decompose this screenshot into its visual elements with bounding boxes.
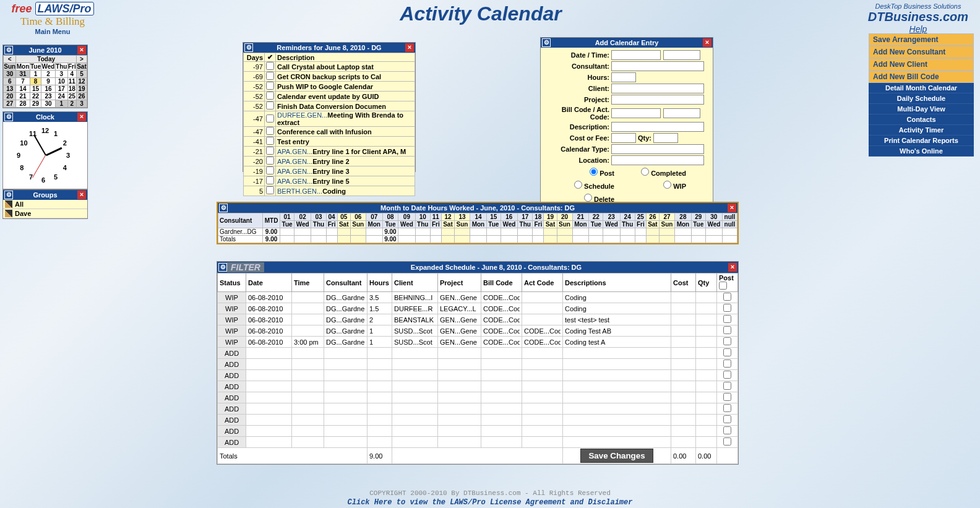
wrench-icon[interactable]: ⚙ [4,46,13,54]
cell-input[interactable] [524,383,561,390]
rm-link-5[interactable]: Print Calendar Reports [869,136,974,146]
cell-input[interactable] [294,294,322,301]
cal-day[interactable]: 27 [4,100,16,108]
cell-input[interactable] [394,350,436,357]
cell-input[interactable] [698,394,715,402]
status-cell[interactable]: ADD [218,403,246,415]
cell-input[interactable] [524,361,561,368]
cell-input[interactable] [565,305,669,312]
cell-input[interactable] [248,294,290,301]
billcode-input[interactable] [611,108,661,118]
cell-input[interactable] [326,439,365,446]
cell-input[interactable] [440,439,479,446]
project-input[interactable] [611,95,704,105]
cell-input[interactable] [394,394,436,402]
cell-input[interactable] [524,394,561,402]
cal-day[interactable]: 1 [55,100,67,108]
caltype-input[interactable] [611,144,704,154]
cell-input[interactable] [326,361,365,368]
reminder-row[interactable]: -47Conference call with Infusion [244,127,415,137]
cell-input[interactable] [440,350,479,357]
cell-input[interactable] [483,383,520,390]
cal-day[interactable]: 10 [55,78,67,85]
cell-input[interactable] [369,394,390,402]
cell-input[interactable] [326,327,365,335]
cell-input[interactable] [673,305,694,312]
date-input[interactable] [611,50,661,60]
post-checkbox[interactable] [723,382,731,390]
reminder-checkbox[interactable] [266,166,274,174]
cal-day[interactable]: 2 [41,71,56,78]
cell-input[interactable] [673,316,694,324]
cal-day[interactable]: 18 [67,85,76,93]
cell-input[interactable] [369,338,390,346]
cell-input[interactable] [440,327,479,335]
cell-input[interactable] [394,294,436,301]
pencil-icon[interactable] [5,200,12,208]
wrench-icon[interactable]: ⚙ [542,38,551,47]
cal-day[interactable]: 15 [30,85,41,93]
status-cell[interactable]: ADD [218,359,246,370]
cell-input[interactable] [565,383,669,390]
cal-day[interactable]: 11 [67,78,76,85]
radio-schedule[interactable]: Schedule [548,181,616,190]
cell-input[interactable] [440,316,479,324]
cal-day[interactable]: 29 [30,100,41,108]
group-item[interactable]: Dave [3,209,87,218]
cell-input[interactable] [673,383,694,390]
cell-input[interactable] [698,350,715,357]
cell-input[interactable] [248,428,290,435]
status-cell[interactable]: WIP [218,314,246,325]
cell-input[interactable] [294,338,322,346]
reminder-row[interactable]: -17APA.GEN...Entry line 5 [244,176,415,186]
cell-input[interactable] [673,416,694,424]
client-input[interactable] [611,84,704,93]
rm-link-6[interactable]: Who's Online [869,146,974,157]
cal-day[interactable]: 2 [67,100,76,108]
cell-input[interactable] [326,416,365,424]
reminder-checkbox[interactable] [266,127,274,135]
wrench-icon[interactable]: ⚙ [219,204,228,212]
cell-input[interactable] [248,316,290,324]
cell-input[interactable] [440,416,479,424]
cell-input[interactable] [673,439,694,446]
reminder-checkbox[interactable] [266,186,274,194]
cell-input[interactable] [294,372,322,379]
cell-input[interactable] [326,338,365,346]
cell-input[interactable] [294,316,322,324]
wrench-icon[interactable]: ⚙ [4,113,13,121]
filter-label[interactable]: FILTER [227,262,264,272]
cell-input[interactable] [394,416,436,424]
rm-btn-2[interactable]: Add New Client [869,58,974,71]
cell-input[interactable] [326,428,365,435]
cell-input[interactable] [673,428,694,435]
reminder-row[interactable]: -41Test entry [244,137,415,147]
radio-completed[interactable]: Completed [620,168,688,177]
cell-input[interactable] [483,294,520,301]
cell-input[interactable] [294,361,322,368]
status-cell[interactable]: WIP [218,325,246,337]
cell-input[interactable] [698,305,715,312]
cell-input[interactable] [394,372,436,379]
cal-day[interactable]: 20 [4,93,16,100]
main-menu-link[interactable]: Main Menu [35,28,71,35]
cal-day[interactable]: 3 [76,100,87,108]
cell-input[interactable] [673,350,694,357]
qty-input[interactable] [653,133,678,143]
cell-input[interactable] [369,361,390,368]
cell-input[interactable] [294,327,322,335]
reminder-checkbox[interactable] [266,62,274,70]
cell-input[interactable] [483,372,520,379]
cell-input[interactable] [524,294,561,301]
cell-input[interactable] [565,294,669,301]
cell-input[interactable] [524,327,561,335]
cal-day[interactable]: 4 [67,71,76,78]
cell-input[interactable] [524,316,561,324]
cell-input[interactable] [698,316,715,324]
rm-link-3[interactable]: Contacts [869,114,974,125]
cell-input[interactable] [440,361,479,368]
close-icon[interactable]: × [728,204,736,212]
cell-input[interactable] [369,383,390,390]
cell-input[interactable] [565,327,669,335]
cell-input[interactable] [248,327,290,335]
